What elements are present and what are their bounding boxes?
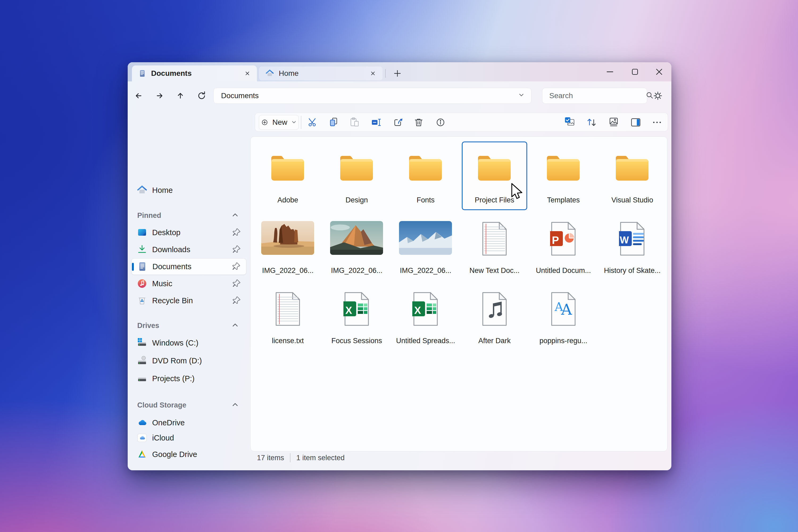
file-name: license.txt <box>255 337 321 345</box>
tab-documents[interactable]: Documents <box>132 65 257 81</box>
file-item-poppins-font[interactable]: A A poppins-regu... <box>531 287 596 356</box>
copy-button[interactable] <box>326 115 341 130</box>
folder-icon <box>476 154 512 182</box>
address-dropdown-icon[interactable] <box>517 91 525 100</box>
chevron-up-icon[interactable] <box>230 400 240 410</box>
file-grid-panel[interactable]: Adobe Design Fonts Project Files Templat… <box>250 136 667 451</box>
forward-arrow-icon <box>154 90 166 101</box>
file-item-after-dark[interactable]: After Dark <box>462 287 527 356</box>
sidebar-item-label: Google Drive <box>152 450 197 459</box>
new-button[interactable]: New <box>259 115 299 130</box>
new-tab-button[interactable] <box>391 67 404 80</box>
file-item-templates[interactable]: Templates <box>531 141 596 210</box>
tab-divider <box>385 69 386 78</box>
search-input[interactable] <box>549 92 645 100</box>
address-bar[interactable]: Documents <box>213 88 531 104</box>
file-item-img-mountain[interactable]: IMG_2022_06... <box>324 217 390 286</box>
status-divider <box>290 453 290 462</box>
rename-button[interactable] <box>369 115 384 130</box>
file-item-img-snow[interactable]: IMG_2022_06... <box>393 217 458 286</box>
paste-button[interactable] <box>347 115 362 130</box>
sidebar-item-documents[interactable]: Documents <box>131 258 246 275</box>
sidebar-item-windows-c[interactable]: Windows (C:) <box>131 335 246 351</box>
sidebar-item-google-drive[interactable]: Google Drive <box>131 446 246 462</box>
minimize-button[interactable] <box>602 65 619 79</box>
onedrive-icon <box>136 417 148 429</box>
sidebar-item-recycle-bin[interactable]: Recycle Bin <box>131 292 246 309</box>
tab-close-icon[interactable] <box>242 68 253 79</box>
trash-icon <box>413 116 424 128</box>
back-button[interactable] <box>131 88 146 103</box>
sort-button[interactable] <box>584 115 599 130</box>
cut-button[interactable] <box>305 115 320 130</box>
pin-icon <box>231 227 242 238</box>
file-name: New Text Doc... <box>462 267 527 275</box>
icloud-icon <box>136 432 148 444</box>
sidebar-item-dvd-rom[interactable]: DVD Rom (D:) <box>131 353 246 369</box>
up-button[interactable] <box>173 88 188 103</box>
file-item-new-text-doc[interactable]: New Text Doc... <box>462 217 527 286</box>
select-all-button[interactable] <box>563 115 577 130</box>
forward-button[interactable] <box>152 88 167 103</box>
info-button[interactable] <box>433 115 448 130</box>
more-options-button[interactable] <box>650 115 664 130</box>
google-drive-icon <box>136 449 148 460</box>
maximize-button[interactable] <box>626 65 643 79</box>
file-item-focus-sessions[interactable]: X Focus Sessions <box>324 287 390 356</box>
file-item-adobe[interactable]: Adobe <box>255 141 321 210</box>
sidebar-item-projects[interactable]: Projects (P:) <box>131 370 246 387</box>
delete-button[interactable] <box>411 115 426 130</box>
status-bar: 17 items 1 item selected <box>257 452 345 464</box>
sidebar-item-music[interactable]: Music <box>131 275 246 292</box>
word-file-icon: W <box>619 221 646 256</box>
download-icon <box>136 244 148 255</box>
file-name: Templates <box>531 196 596 204</box>
section-header-pinned[interactable]: Pinned <box>137 209 246 222</box>
tab-close-icon[interactable] <box>367 68 378 79</box>
paste-icon <box>349 116 360 128</box>
sort-arrows-icon <box>586 116 598 129</box>
titlebar[interactable]: Documents Home <box>128 62 671 81</box>
sidebar-item-label: Downloads <box>152 245 190 254</box>
sidebar-item-downloads[interactable]: Downloads <box>131 241 246 258</box>
file-item-fonts[interactable]: Fonts <box>393 141 458 210</box>
chevron-up-icon[interactable] <box>230 211 240 220</box>
section-header-cloud-storage[interactable]: Cloud Storage <box>137 398 246 412</box>
audio-file-icon <box>481 291 508 327</box>
view-options-button[interactable] <box>606 115 621 130</box>
file-item-license-txt[interactable]: license.txt <box>255 287 321 356</box>
refresh-button[interactable] <box>194 88 209 103</box>
info-icon <box>435 116 446 128</box>
sidebar-item-desktop[interactable]: Desktop <box>131 224 246 241</box>
settings-button[interactable] <box>650 88 665 103</box>
sidebar-item-icloud[interactable]: iCloud <box>131 430 246 446</box>
home-tab-icon <box>265 69 274 78</box>
details-pane-button[interactable] <box>628 115 643 130</box>
file-item-untitled-spreadsheet[interactable]: X Untitled Spreads... <box>393 287 458 356</box>
search-box[interactable] <box>542 88 647 104</box>
maximize-icon <box>631 68 639 76</box>
ellipsis-icon <box>651 116 663 128</box>
sidebar-item-home[interactable]: Home <box>131 182 246 198</box>
share-button[interactable] <box>391 115 406 130</box>
close-button[interactable] <box>651 65 668 79</box>
copy-icon <box>328 116 340 128</box>
section-header-drives[interactable]: Drives <box>137 319 246 332</box>
sidebar-item-onedrive[interactable]: OneDrive <box>131 414 246 431</box>
file-item-visual-studio[interactable]: Visual Studio <box>600 141 665 210</box>
file-item-img-desert[interactable]: IMG_2022_06... <box>255 217 321 286</box>
chevron-up-icon[interactable] <box>230 321 240 330</box>
file-name: IMG_2022_06... <box>324 267 390 275</box>
sidebar-item-label: OneDrive <box>152 418 185 427</box>
sidebar-item-label: Windows (C:) <box>152 339 198 347</box>
tab-home[interactable]: Home <box>259 66 382 80</box>
file-item-design[interactable]: Design <box>324 141 390 210</box>
powerpoint-file-icon: P <box>550 221 577 256</box>
preview-pane-icon <box>630 116 642 129</box>
address-path: Documents <box>221 92 259 100</box>
folder-icon <box>339 154 375 182</box>
toolbar: New <box>255 113 668 131</box>
scissors-icon <box>307 116 319 128</box>
file-item-untitled-presentation[interactable]: P Untitled Docum... <box>531 217 596 286</box>
file-item-history-of-skate[interactable]: W History of Skate... <box>600 217 665 286</box>
